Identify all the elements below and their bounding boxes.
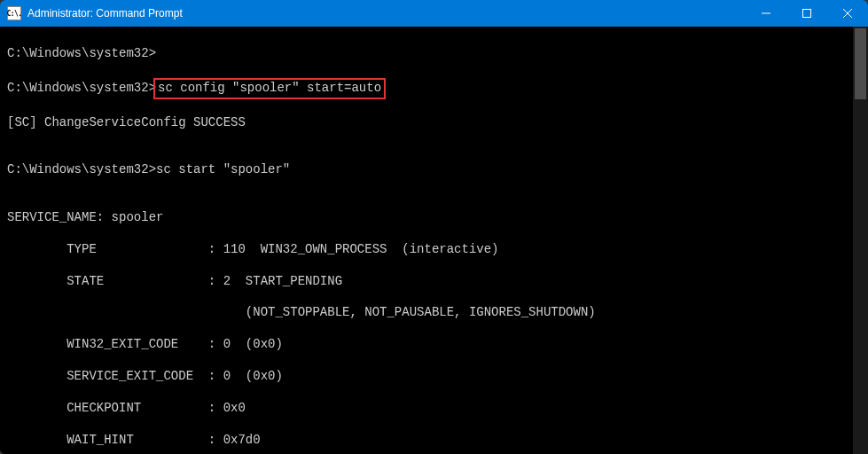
terminal-line: CHECKPOINT : 0x0 — [7, 401, 866, 417]
command-text: sc start "spooler" — [156, 162, 290, 176]
terminal-line: C:\Windows\system32>sc start "spooler" — [7, 162, 866, 178]
terminal-line: WAIT_HINT : 0x7d0 — [7, 433, 866, 449]
terminal-line: (NOT_STOPPABLE, NOT_PAUSABLE, IGNORES_SH… — [7, 305, 866, 321]
terminal-line: SERVICE_NAME: spooler — [7, 210, 866, 226]
close-button[interactable] — [827, 0, 868, 27]
minimize-icon — [762, 9, 770, 18]
maximize-icon — [802, 9, 811, 18]
prompt: C:\Windows\system32> — [7, 162, 156, 176]
highlighted-command: sc config "spooler" start=auto — [153, 78, 386, 99]
maximize-button[interactable] — [786, 0, 827, 27]
cmd-icon: C:\. — [7, 6, 21, 20]
prompt: C:\Windows\system32> — [7, 46, 156, 60]
close-icon — [843, 9, 852, 18]
scrollbar-thumb[interactable] — [855, 28, 866, 99]
terminal-line: SERVICE_EXIT_CODE : 0 (0x0) — [7, 369, 866, 385]
window-title: Administrator: Command Prompt — [27, 7, 183, 20]
terminal-line: [SC] ChangeServiceConfig SUCCESS — [7, 115, 866, 131]
svg-rect-1 — [803, 10, 811, 18]
terminal-area[interactable]: C:\Windows\system32> C:\Windows\system32… — [0, 27, 868, 454]
terminal-line: C:\Windows\system32> — [7, 46, 866, 62]
terminal-line: C:\Windows\system32>sc config "spooler" … — [7, 78, 866, 99]
terminal-line: WIN32_EXIT_CODE : 0 (0x0) — [7, 337, 866, 353]
terminal-line: TYPE : 110 WIN32_OWN_PROCESS (interactiv… — [7, 242, 866, 258]
command-prompt-window: C:\. Administrator: Command Prompt C:\Wi… — [0, 0, 868, 454]
titlebar[interactable]: C:\. Administrator: Command Prompt — [0, 0, 868, 27]
terminal-line: STATE : 2 START_PENDING — [7, 274, 866, 290]
minimize-button[interactable] — [746, 0, 786, 27]
vertical-scrollbar[interactable] — [853, 27, 868, 454]
prompt: C:\Windows\system32> — [7, 81, 156, 95]
